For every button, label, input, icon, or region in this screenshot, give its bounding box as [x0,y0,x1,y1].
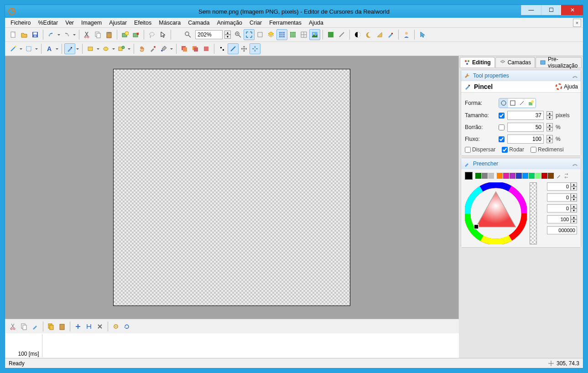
save-file-button[interactable] [30,29,41,40]
crosshair-tool[interactable] [250,43,260,54]
image-toggle[interactable] [309,29,320,40]
blur-link-checkbox[interactable] [499,124,505,130]
tab-preview[interactable]: Pre-visualização [536,57,582,67]
color-wheel[interactable] [465,182,527,244]
marquee-dropdown[interactable] [34,47,39,51]
color-val-2[interactable] [547,193,571,202]
shape-diagonal[interactable] [517,98,526,108]
layer-copy-tool[interactable] [179,43,190,54]
shape-rect-tool[interactable] [85,43,96,54]
cut-button[interactable] [82,29,93,40]
menu-ver[interactable]: Ver [62,19,78,27]
swatch[interactable] [541,173,547,179]
text-dropdown[interactable] [55,47,59,51]
menu-animacao[interactable]: Animação [213,19,246,27]
shape-dropdown[interactable] [96,47,100,51]
menu-imagem[interactable]: Imagem [78,19,105,27]
c3-up[interactable]: ▲ [571,204,577,208]
grid-toggle-3[interactable] [298,29,309,40]
size-up[interactable]: ▲ [546,111,553,115]
zoom-up[interactable]: ▲ [224,31,231,35]
a-down[interactable]: ▼ [571,219,577,223]
layer-back-tool[interactable] [190,43,201,54]
timeline-cut-button[interactable] [8,321,19,332]
c1-down[interactable]: ▼ [571,186,577,191]
flow-input[interactable] [507,135,544,144]
timeline-delete-button[interactable] [94,321,105,332]
redo-button[interactable] [61,29,72,40]
menu-ajustar[interactable]: Ajustar [105,19,130,27]
moon-icon[interactable] [363,29,374,40]
timeline-play-button[interactable] [83,321,94,332]
shape-add-tool[interactable] [116,43,127,54]
minimize-button[interactable]: — [521,5,541,15]
grid-toggle-2[interactable] [287,29,298,40]
undo-dropdown[interactable] [57,33,61,37]
timeline-paste-button[interactable] [30,321,41,332]
size-input[interactable] [507,111,544,120]
c3-down[interactable]: ▼ [571,208,577,212]
swatch[interactable] [510,173,515,179]
palette-tool-icon[interactable] [336,29,347,40]
undo-button[interactable] [46,29,57,40]
swatch[interactable] [522,173,528,179]
color-val-3[interactable] [547,204,571,212]
menu-ferramentas[interactable]: Ferramentas [265,19,305,27]
swatch[interactable] [488,173,494,179]
tool-properties-header[interactable]: Tool properties ︽ [461,70,581,81]
new-layer-button[interactable] [120,29,130,40]
move-tool[interactable] [239,43,250,54]
timeline-loop-button[interactable] [121,321,132,332]
a-up[interactable]: ▲ [571,215,577,219]
canvas[interactable] [113,69,350,306]
timeline-gear-button[interactable] [110,321,121,332]
contrast-icon[interactable] [352,29,363,40]
timeline-copy-button[interactable] [19,321,30,332]
swap-colors-icon[interactable] [563,173,569,179]
shape-square[interactable] [508,98,517,108]
blur-input[interactable] [507,123,544,132]
tab-layers[interactable]: Camadas [495,57,535,67]
swatch[interactable] [503,173,509,179]
shape-add-dropdown[interactable] [127,47,131,51]
copy-button[interactable] [93,29,104,40]
c2-up[interactable]: ▲ [571,193,577,197]
fill-panel-header[interactable]: Preencher ︽ [461,158,581,169]
cursor-test-icon[interactable] [417,29,428,40]
shape-ellipse-tool[interactable] [100,43,111,54]
swatch[interactable] [475,173,481,179]
color-hex[interactable] [547,226,577,234]
timeline-track[interactable]: 100 [ms] [5,333,459,358]
menu-camada[interactable]: Camada [184,19,213,27]
c1-up[interactable]: ▲ [571,182,577,186]
flow-down[interactable]: ▼ [546,139,553,143]
wand-dropdown[interactable] [19,47,23,51]
timeline-frame-0[interactable]: 100 [ms] [15,334,42,357]
close-button[interactable]: ✕ [561,5,583,15]
layer-merge-tool[interactable] [201,43,212,54]
collapse-icon[interactable]: ︽ [572,72,578,80]
open-file-button[interactable] [19,29,30,40]
layers-icon[interactable] [265,29,276,40]
size-down[interactable]: ▼ [546,115,553,119]
help-link[interactable]: Ajuda [556,83,578,90]
document-close-button[interactable]: × [573,19,581,27]
new-file-button[interactable] [8,29,19,40]
ellipse-dropdown[interactable] [111,47,116,51]
bucket-tool[interactable] [158,43,169,54]
menu-editar[interactable]: %Editar [34,19,62,27]
pointer-button[interactable] [157,29,168,40]
grid-toggle-1[interactable] [276,29,287,40]
swatch[interactable] [516,173,522,179]
pan-button[interactable] [255,29,265,40]
swatch[interactable] [497,173,503,179]
bucket-dropdown[interactable] [169,47,174,51]
brush-tool[interactable] [64,43,75,54]
size-link-checkbox[interactable] [499,113,505,119]
timeline-frame-copy[interactable] [46,321,57,332]
collapse-icon[interactable]: ︽ [572,160,578,168]
swatch[interactable] [535,173,541,179]
zoom-down[interactable]: ▼ [224,35,231,39]
timeline-frame-paste[interactable] [57,321,68,332]
zoom-out-button[interactable] [182,29,193,40]
